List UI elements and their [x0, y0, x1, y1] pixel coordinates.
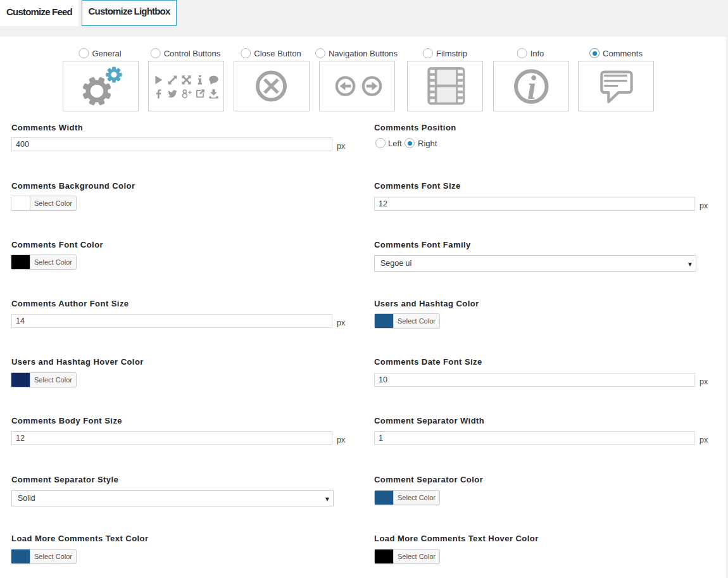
- svg-text:i: i: [527, 70, 537, 106]
